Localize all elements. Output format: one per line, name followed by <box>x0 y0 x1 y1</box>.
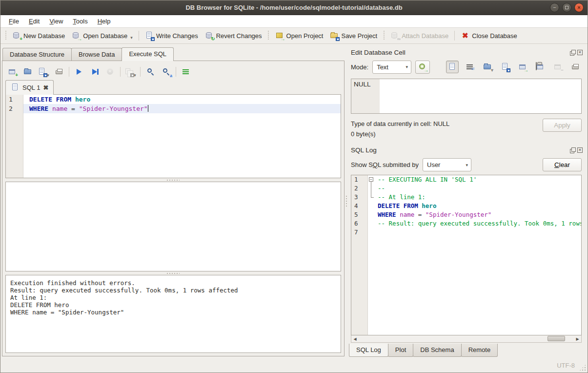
revert-changes-icon: ↻ <box>205 31 214 40</box>
chevron-down-icon: ▾ <box>399 64 408 69</box>
log-filter-row: Show SQL submitted by User ▾ Clear <box>348 156 584 174</box>
panel-splitter[interactable] <box>345 44 348 358</box>
execute-all-icon <box>75 67 83 76</box>
dock-float-icon[interactable] <box>570 50 575 55</box>
fold-margin <box>368 219 376 228</box>
set-null-button[interactable]: − <box>551 61 564 73</box>
close-icon[interactable]: × <box>574 3 584 12</box>
toolbar-separator <box>176 67 176 77</box>
stop-button[interactable]: × <box>104 66 116 78</box>
bottom-tab-remote[interactable]: Remote <box>461 344 498 357</box>
open-sql-tab-button[interactable]: + <box>6 66 18 78</box>
scroll-right-icon[interactable]: ▶ <box>574 335 581 342</box>
menu-item-edit[interactable]: Edit <box>24 16 44 26</box>
log-filter-select[interactable]: User ▾ <box>423 158 471 171</box>
window-controls: − × <box>550 3 588 12</box>
editor-line[interactable]: 2WHERE name = "Spider-Youngster" <box>6 104 341 113</box>
open-project-button[interactable]: →Open Project <box>272 29 327 42</box>
new-database-button[interactable]: +New Database <box>9 29 68 42</box>
revert-changes-button[interactable]: ↻Revert Changes <box>202 29 265 42</box>
editor-line[interactable]: 1DELETE FROM hero <box>6 95 341 104</box>
line-number: 4 <box>351 202 368 210</box>
print-button[interactable] <box>53 66 65 78</box>
open-sql-file-button[interactable] <box>22 66 34 78</box>
tab-execute-sql[interactable]: Execute SQL <box>122 47 174 61</box>
import-data-button[interactable]: ▾ <box>481 61 494 73</box>
log-text: -- At line 1: <box>376 193 581 202</box>
code-text: DELETE FROM hero <box>23 95 341 104</box>
set-as-link-button[interactable] <box>534 61 547 73</box>
sql-log-view[interactable]: 1−-- EXECUTING ALL IN 'SQL 1'2--3-- At l… <box>351 175 582 335</box>
apply-button[interactable]: Apply <box>543 119 582 132</box>
menu-item-view[interactable]: View <box>45 16 67 26</box>
execute-all-button[interactable] <box>73 66 85 78</box>
execute-sql-pane: +▾×▾a SQL 1 ✖ 1DELETE FROM hero2WHERE na… <box>2 61 345 356</box>
line-number: 2 <box>351 184 368 193</box>
write-changes-button[interactable]: Write Changes <box>142 29 202 42</box>
cell-value-editor[interactable]: NULL <box>351 79 582 114</box>
bottom-tab-plot[interactable]: Plot <box>388 344 413 357</box>
edit-cell-title: Edit Database Cell <box>351 49 406 56</box>
bottom-tab-sql-log[interactable]: SQL Log <box>349 344 388 357</box>
menu-item-help[interactable]: Help <box>93 16 115 26</box>
bottom-tab-db-schema[interactable]: DB Schema <box>413 344 461 357</box>
find-replace-icon: a <box>162 67 170 76</box>
close-database-button[interactable]: ✖Close Database <box>457 29 521 42</box>
toolbar-separator <box>120 67 121 77</box>
tab-database-structure[interactable]: Database Structure <box>2 48 72 61</box>
execute-line-button[interactable] <box>89 66 101 78</box>
export-data-button[interactable] <box>499 61 511 73</box>
dock-close-icon[interactable]: × <box>577 50 583 55</box>
sql-doc-tab[interactable]: SQL 1 ✖ <box>5 80 54 95</box>
open-in-external-button[interactable]: → <box>516 61 529 73</box>
mode-select[interactable]: Text ▾ <box>372 61 411 74</box>
auto-format-button[interactable] <box>180 66 192 78</box>
menu-item-file[interactable]: File <box>4 16 23 26</box>
open-project-icon: → <box>275 31 284 40</box>
word-wrap-button[interactable] <box>464 61 476 73</box>
bottom-dock-tabs: SQL LogPlotDB SchemaRemote <box>348 344 584 358</box>
auto-switch-mode-button[interactable]: → <box>415 61 430 74</box>
sql-log-dock-header[interactable]: SQL Log × <box>348 144 584 156</box>
maximize-icon[interactable] <box>562 3 571 12</box>
log-text: DELETE FROM hero <box>376 202 581 210</box>
minimize-icon[interactable]: − <box>550 3 559 12</box>
save-project-button[interactable]: Save Project <box>326 29 381 42</box>
log-hscrollbar[interactable]: ◀ ▶ <box>351 335 582 343</box>
print-cell-button[interactable] <box>569 61 582 73</box>
toolbar-handle <box>4 31 7 41</box>
line-number: 5 <box>351 210 368 219</box>
tab-browse-data[interactable]: Browse Data <box>71 48 122 61</box>
text-mode-button[interactable] <box>446 61 459 73</box>
editor-results-splitter[interactable] <box>5 178 341 182</box>
scroll-left-icon[interactable]: ◀ <box>351 335 359 342</box>
dock-close-icon[interactable]: × <box>577 147 583 153</box>
cell-type-info: Type of data currently in cell: NULL <box>351 119 449 129</box>
dock-float-icon[interactable] <box>570 147 575 153</box>
save-results-button[interactable]: ▾ <box>124 66 136 78</box>
new-database-icon: + <box>12 31 21 40</box>
find-button[interactable] <box>144 66 156 78</box>
scroll-thumb[interactable] <box>547 336 565 341</box>
sql-file-icon <box>11 83 20 92</box>
fold-margin <box>368 202 376 210</box>
titlebar[interactable]: DB Browser for SQLite - /home/user/code/… <box>0 0 588 15</box>
find-replace-button[interactable]: a <box>160 66 172 78</box>
clear-log-button[interactable]: Clear <box>543 158 582 171</box>
fold-marker-icon[interactable]: − <box>368 175 376 184</box>
menu-item-tools[interactable]: Tools <box>68 16 92 26</box>
open-database-button[interactable]: →Open Database▾ <box>68 29 136 42</box>
tab-close-icon[interactable]: ✖ <box>43 84 48 91</box>
attach-database-button[interactable]: ∞Attach Database <box>387 29 452 42</box>
results-grid[interactable] <box>5 182 341 271</box>
scroll-track[interactable] <box>359 335 574 342</box>
results-messages-splitter[interactable] <box>5 271 341 275</box>
execute-line-icon <box>90 67 99 76</box>
sql-editor[interactable]: 1DELETE FROM hero2WHERE name = "Spider-Y… <box>5 94 341 178</box>
resize-grip-icon[interactable] <box>579 364 586 371</box>
log-text: -- EXECUTING ALL IN 'SQL 1' <box>376 175 581 184</box>
sql-doc-tab-label: SQL 1 <box>22 84 40 91</box>
save-sql-file-button[interactable]: ▾ <box>38 66 49 78</box>
log-filter-value: User <box>427 161 440 168</box>
edit-cell-dock-header[interactable]: Edit Database Cell × <box>348 46 584 58</box>
